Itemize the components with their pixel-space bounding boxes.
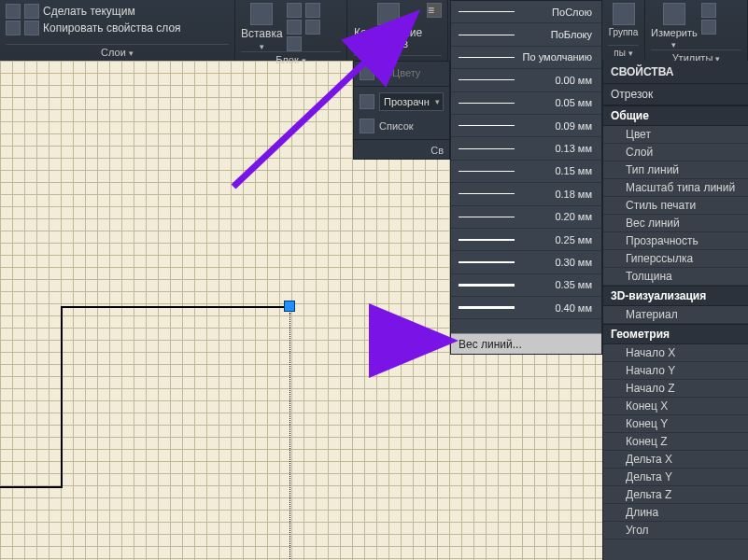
lineweight-label: 0.15 мм [522,165,594,176]
lineweight-item[interactable]: ПоБлоку [451,23,601,46]
lineweight-sample [459,217,515,217]
lineweight-item[interactable]: 0.00 мм [451,69,601,91]
lineweight-label: 0.25 мм [522,234,594,245]
lineweight-item[interactable]: ПоСлою [451,1,601,23]
ribbon-group-groups-label[interactable]: пы ▾ [608,45,639,61]
layer-copy-props[interactable]: Копировать свойства слоя [6,20,229,36]
lineweight-more[interactable]: Вес линий... [451,333,601,354]
lineweight-list: ПоСлоюПоБлокуПо умолчанию0.00 мм0.05 мм0… [451,1,601,319]
lineweight-sample [459,103,515,104]
line-dashed[interactable] [289,313,290,560]
properties-row[interactable]: Дельта X [603,451,748,469]
layer-make-current-label: Сделать текущим [43,5,135,18]
util-tool-1[interactable] [701,3,716,18]
properties-row[interactable]: Начало Y [603,362,748,380]
properties-section-header[interactable]: Общие [603,105,748,126]
lineweight-label: 0.40 мм [522,302,594,314]
line-segment[interactable] [0,486,63,488]
util-tool-2[interactable] [701,20,716,35]
lineweight-sample [459,239,515,241]
lineweight-item[interactable]: 0.30 мм [451,251,601,273]
lineweight-item[interactable]: 0.20 мм [451,206,601,229]
properties-row[interactable]: Конец X [603,398,748,415]
layer-icon-2 [24,4,39,19]
lineweight-dropdown: ПоСлоюПоБлокуПо умолчанию0.00 мм0.05 мм0… [450,0,602,355]
measure-label: Измерить [651,27,698,38]
layer-icon-4 [24,21,39,35]
line-segment[interactable] [61,306,289,308]
lineweight-sample [459,148,515,149]
properties-row[interactable]: Вес линий [603,215,748,232]
lineweight-item[interactable]: 0.15 мм [451,161,601,183]
lineweight-sample [459,193,515,194]
group-button[interactable]: Группа [608,3,639,37]
svg-line-0 [233,19,411,187]
lineweight-item[interactable]: По умолчанию [451,47,601,69]
lineweight-sample [459,284,515,287]
properties-row[interactable]: Стиль печати [603,197,748,215]
layer-make-current[interactable]: Сделать текущим [6,3,229,20]
ribbon-group-layers-label[interactable]: Слои ▾ [6,44,229,61]
properties-row[interactable]: Начало X [603,344,748,362]
layer-copy-props-label: Копировать свойства слоя [43,21,181,35]
properties-section-header[interactable]: Геометрия [603,324,748,344]
lineweight-label: По умолчанию [522,51,594,63]
lineweight-sample [459,306,515,309]
properties-row[interactable]: Слой [603,144,748,161]
lineweight-label: ПоБлоку [522,29,594,40]
lineweight-sample [459,35,515,35]
measure-button[interactable]: Измерить ▾ [651,3,698,49]
properties-row[interactable]: Угол [603,522,748,539]
lineweight-item[interactable]: 0.09 мм [451,115,601,137]
lineweight-label: 0.20 мм [522,211,594,222]
lineweight-item[interactable]: 0.05 мм [451,92,601,115]
lineweight-sample [459,171,515,172]
lineweight-sample [459,57,515,58]
ribbon-group-utils: Измерить ▾ Утилиты ▾ [645,0,748,61]
lineweight-sample [459,261,515,263]
lineweight-sample [459,79,515,80]
lineweight-item[interactable]: 0.35 мм [451,274,601,297]
properties-row[interactable]: Длина [603,504,748,522]
group-icon [613,3,635,25]
properties-row[interactable]: Масштаб типа линий [603,179,748,197]
properties-row[interactable]: Конец Z [603,433,748,451]
lineweight-label: ПоСлою [522,7,594,18]
ribbon-right: Группа пы ▾ Измерить ▾ Утилиты ▾ [602,0,748,61]
layer-icon-3 [6,21,21,35]
lineweight-item[interactable]: 0.40 мм [451,297,601,319]
properties-object-type[interactable]: Отрезок [603,84,748,105]
lineweight-item[interactable]: 0.25 мм [451,229,601,251]
properties-row[interactable]: Тип линий [603,161,748,179]
lineweight-label: 0.35 мм [522,279,594,290]
properties-row[interactable]: Толщина [603,268,748,286]
properties-row[interactable]: Материал [603,306,748,324]
selection-grip[interactable] [284,301,295,312]
properties-row[interactable]: Цвет [603,126,748,144]
lineweight-label: 0.30 мм [522,257,594,268]
properties-panel: СВОЙСТВА Отрезок ОбщиеЦветСлойТип линийМ… [602,61,748,560]
properties-row[interactable]: Конец Y [603,415,748,433]
lineweight-sample [459,11,515,12]
ribbon-group-layers: Сделать текущим Копировать свойства слоя… [0,0,235,61]
properties-section-header[interactable]: 3D-визуализация [603,286,748,306]
properties-row[interactable]: Прозрачность [603,232,748,250]
properties-row[interactable]: Гиперссылка [603,250,748,268]
lineweight-label: 0.05 мм [522,97,594,108]
group-label: Группа [609,27,639,37]
properties-row[interactable]: Начало Z [603,380,748,398]
lineweight-label: 0.09 мм [522,120,594,132]
annotation-arrow-1 [229,9,425,199]
line-segment[interactable] [61,306,63,488]
chevron-down-icon: ▾ [671,40,676,49]
lineweight-more-label: Вес линий... [459,338,522,351]
annotation-arrow-2 [378,327,453,357]
lineweight-label: 0.13 мм [522,143,594,154]
lineweight-item[interactable]: 0.13 мм [451,137,601,160]
properties-title: СВОЙСТВА [603,61,748,84]
properties-row[interactable]: Дельта Y [603,469,748,486]
lineweight-sample [459,125,515,126]
hamburger-icon[interactable]: ≡ [427,3,442,18]
properties-row[interactable]: Дельта Z [603,486,748,504]
lineweight-item[interactable]: 0.18 мм [451,183,601,205]
